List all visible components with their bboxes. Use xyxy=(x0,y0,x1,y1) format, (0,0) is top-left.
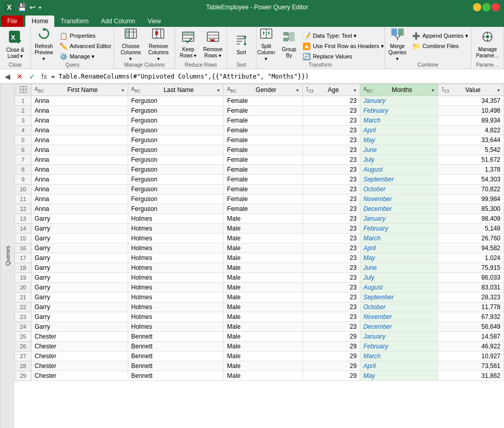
table-row[interactable]: 26ChesterBennettMale29February46,922 xyxy=(15,342,504,351)
append-queries-button[interactable]: ➕ Append Queries ▾ xyxy=(410,31,470,40)
table-header-row: ABC First Name ▾ ABC Last Name ▾ xyxy=(15,84,504,96)
data-grid[interactable]: ABC First Name ▾ ABC Last Name ▾ xyxy=(14,84,504,428)
merge-queries-button[interactable]: MergeQueries ▾ xyxy=(386,29,409,60)
svg-rect-17 xyxy=(182,32,194,35)
table-row[interactable]: 27ChesterBennettMale29March10,927 xyxy=(15,351,504,361)
tab-add-column[interactable]: Add Column xyxy=(95,16,142,27)
gender-cell: Female xyxy=(224,155,302,165)
table-row[interactable]: 18GarryHolmesMale23June75,915 xyxy=(15,263,504,273)
table-row[interactable]: 9AnnaFergusonFemale23September54,303 xyxy=(15,175,504,185)
table-row[interactable]: 15GarryHolmesMale23March26,760 xyxy=(15,234,504,243)
gender-cell: Male xyxy=(224,302,302,312)
remove-rows-button[interactable]: RemoveRows ▾ xyxy=(201,29,225,60)
table-row[interactable]: 1AnnaFergusonFemale23January34,357 xyxy=(15,96,504,106)
formula-cancel-button[interactable]: ✕ xyxy=(14,71,25,82)
transform-group-label: Transform xyxy=(256,62,385,68)
use-first-row-button[interactable]: 🔼 Use First Row as Headers ▾ xyxy=(300,41,386,51)
advanced-editor-button[interactable]: ✏️ Advanced Editor xyxy=(57,41,114,51)
choose-columns-button[interactable]: ChooseColumns ▾ xyxy=(117,29,144,60)
table-row[interactable]: 20GarryHolmesMale23August83,031 xyxy=(15,283,504,293)
months-cell: January xyxy=(360,214,438,224)
table-row[interactable]: 5AnnaFergusonFemale23May33,644 xyxy=(15,135,504,145)
table-row[interactable]: 25ChesterBennettMale29January14,587 xyxy=(15,332,504,342)
append-queries-icon: ➕ xyxy=(412,32,420,40)
table-row[interactable]: 19GarryHolmesMale23July86,033 xyxy=(15,273,504,283)
refresh-preview-button[interactable]: RefreshPreview ▾ xyxy=(32,29,56,60)
table-row[interactable]: 14GarryHolmesMale23February5,149 xyxy=(15,224,504,234)
manage-button[interactable]: ⚙️ Manage ▾ xyxy=(57,52,114,61)
nav-back-button[interactable]: ◀ xyxy=(2,71,12,82)
minimize-button[interactable] xyxy=(473,3,481,11)
age-filter-button[interactable]: ▾ xyxy=(353,87,357,94)
close-button[interactable] xyxy=(492,3,500,11)
age-cell: 23 xyxy=(302,145,360,155)
value-cell: 1,378 xyxy=(438,165,503,175)
tab-file[interactable]: File xyxy=(1,16,23,27)
table-row[interactable]: 10AnnaFergusonFemale23October70,822 xyxy=(15,185,504,194)
months-filter-button[interactable]: ▾ xyxy=(431,87,435,94)
value-cell: 11,778 xyxy=(438,302,503,312)
table-row[interactable]: 6AnnaFergusonFemale23June5,542 xyxy=(15,145,504,155)
table-row[interactable]: 22GarryHolmesMale23October11,778 xyxy=(15,302,504,312)
row-number: 14 xyxy=(15,224,32,234)
svg-text:X: X xyxy=(11,34,16,41)
sort-button[interactable]: Sort xyxy=(229,29,254,60)
table-row[interactable]: 21GarryHolmesMale23September28,323 xyxy=(15,293,504,302)
combine-files-icon: 📁 xyxy=(412,42,420,50)
value-filter-button[interactable]: ▾ xyxy=(497,87,500,94)
combine-files-button[interactable]: 📁 Combine Files xyxy=(410,41,470,51)
first-name-cell: Garry xyxy=(32,214,128,224)
last-name-filter-button[interactable]: ▾ xyxy=(217,87,220,94)
table-row[interactable]: 11AnnaFergusonFemale23November99,984 xyxy=(15,194,504,204)
table-row[interactable]: 8AnnaFergusonFemale23August1,378 xyxy=(15,165,504,175)
value-cell: 99,984 xyxy=(438,194,503,204)
quick-access-dropdown[interactable]: ▾ xyxy=(39,5,41,10)
row-number: 3 xyxy=(15,116,32,126)
table-row[interactable]: 4AnnaFergusonFemale23April4,822 xyxy=(15,126,504,135)
table-row[interactable]: 28ChesterBennettMale29April73,561 xyxy=(15,361,504,371)
age-cell: 23 xyxy=(302,302,360,312)
tab-home[interactable]: Home xyxy=(25,16,54,27)
quick-access-save[interactable]: 💾 xyxy=(18,3,26,11)
first-name-cell: Garry xyxy=(32,283,128,293)
properties-button[interactable]: 📋 Properties xyxy=(57,31,114,40)
tab-transform[interactable]: Transform xyxy=(54,16,95,27)
table-row[interactable]: 7AnnaFergusonFemale23July51,672 xyxy=(15,155,504,165)
table-row[interactable]: 3AnnaFergusonFemale23March89,934 xyxy=(15,116,504,126)
last-name-cell: Ferguson xyxy=(128,155,224,165)
remove-columns-button[interactable]: RemoveColumns ▾ xyxy=(145,29,172,60)
table-row[interactable]: 16GarryHolmesMale23April94,582 xyxy=(15,243,504,253)
tab-view[interactable]: View xyxy=(142,16,167,27)
gender-cell: Female xyxy=(224,185,302,194)
manage-params-button[interactable]: ManageParame… xyxy=(474,29,502,60)
formula-confirm-button[interactable]: ✓ xyxy=(27,71,37,82)
gender-cell: Male xyxy=(224,214,302,224)
table-row[interactable]: 29ChesterBennettMale29May31,862 xyxy=(15,371,504,381)
append-queries-label: Append Queries ▾ xyxy=(422,33,468,39)
age-cell: 23 xyxy=(302,243,360,253)
table-row[interactable]: 2AnnaFergusonFemale23February10,498 xyxy=(15,106,504,116)
close-load-button[interactable]: X Close &Load ▾ xyxy=(4,29,27,60)
gender-filter-button[interactable]: ▾ xyxy=(296,87,299,94)
formula-content[interactable]: = Table.RenameColumns(#"Unpivoted Column… xyxy=(51,73,502,80)
last-name-cell: Holmes xyxy=(128,273,224,283)
table-row[interactable]: 24GarryHolmesMale23December56,649 xyxy=(15,322,504,332)
table-row[interactable]: 12AnnaFergusonFemale23December85,300 xyxy=(15,204,504,214)
data-type-button[interactable]: 📝 Data Type: Text ▾ xyxy=(300,31,386,40)
group-by-button[interactable]: GroupBy xyxy=(279,29,299,60)
age-header: 123 Age ▾ xyxy=(302,84,360,96)
table-row[interactable]: 13GarryHolmesMale23January98,409 xyxy=(15,214,504,224)
months-cell: April xyxy=(360,243,438,253)
queries-sidebar[interactable]: Queries xyxy=(0,84,14,428)
first-name-filter-button[interactable]: ▾ xyxy=(121,87,125,94)
replace-values-button[interactable]: 🔄 Replace Values xyxy=(300,52,386,61)
last-name-cell: Ferguson xyxy=(128,106,224,116)
table-row[interactable]: 23GarryHolmesMale23November67,932 xyxy=(15,312,504,322)
svg-rect-9 xyxy=(152,29,164,38)
keep-rows-button[interactable]: KeepRows ▾ xyxy=(177,29,200,60)
split-column-button[interactable]: SplitColumn ▾ xyxy=(255,29,278,60)
maximize-button[interactable] xyxy=(482,3,491,11)
table-row[interactable]: 17GarryHolmesMale23May1,024 xyxy=(15,253,504,263)
quick-access-undo[interactable]: ↩ xyxy=(29,3,36,11)
first-name-cell: Anna xyxy=(32,155,128,165)
